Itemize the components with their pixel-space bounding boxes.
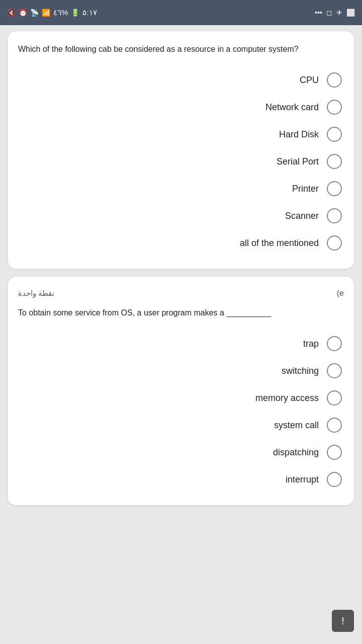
option-all-mentioned-radio[interactable] xyxy=(327,235,342,251)
more-icon: ••• xyxy=(315,9,322,17)
status-right: ••• ◻ ✈ ⬜ xyxy=(315,9,355,17)
scroll-area: Which of the following cab be considered… xyxy=(0,25,362,644)
option-cpu[interactable]: CPU xyxy=(18,66,344,94)
option-switching-radio[interactable] xyxy=(327,363,342,378)
signal-icon: 📶 xyxy=(42,9,50,17)
option-interrupt-radio[interactable] xyxy=(327,472,342,487)
option-network-card-radio[interactable] xyxy=(327,100,342,115)
option-trap-label: trap xyxy=(303,339,319,349)
option-cpu-radio[interactable] xyxy=(327,72,342,88)
question1-card: Which of the following cab be considered… xyxy=(8,31,354,269)
feedback-icon: ! xyxy=(341,615,344,627)
option-network-card[interactable]: Network card xyxy=(18,94,344,121)
option-dispatching-label: dispatching xyxy=(273,447,319,458)
option-all-mentioned-label: all of the mentioned xyxy=(240,238,319,249)
feedback-button[interactable]: ! xyxy=(332,610,354,632)
sound-icon: 🔇 xyxy=(7,9,16,17)
instagram-icon: ◻ xyxy=(326,9,332,17)
option-printer-label: Printer xyxy=(292,184,319,194)
option-switching[interactable]: switching xyxy=(18,357,344,384)
option-cpu-label: CPU xyxy=(300,75,319,86)
question2-points-arabic: نقطة واحدة xyxy=(18,289,54,298)
option-network-card-label: Network card xyxy=(265,102,319,113)
clock-icon: ⏰ xyxy=(19,9,27,17)
status-bar: ٥:١٧ 🔋 %٤٦ 📶 📡 ⏰ 🔇 ••• ◻ ✈ ⬜ xyxy=(0,0,362,25)
option-trap-radio[interactable] xyxy=(327,336,342,351)
option-all-mentioned[interactable]: all of the mentioned xyxy=(18,229,344,257)
question1-text: Which of the following cab be considered… xyxy=(18,43,344,55)
option-switching-label: switching xyxy=(282,366,319,376)
battery-icon: 🔋 xyxy=(71,9,79,17)
question2-header: نقطة واحدة (e xyxy=(18,289,344,298)
option-memory-access-radio[interactable] xyxy=(327,390,342,406)
option-memory-access-label: memory access xyxy=(255,393,319,404)
option-scanner[interactable]: Scanner xyxy=(18,202,344,229)
gallery-icon: ⬜ xyxy=(346,9,355,17)
option-hard-disk[interactable]: Hard Disk xyxy=(18,121,344,148)
battery-level: %٤٦ xyxy=(53,8,68,17)
option-hard-disk-radio[interactable] xyxy=(327,127,342,142)
option-dispatching-radio[interactable] xyxy=(327,445,342,460)
option-interrupt[interactable]: interrupt xyxy=(18,466,344,493)
option-printer[interactable]: Printer xyxy=(18,175,344,202)
option-printer-radio[interactable] xyxy=(327,181,342,196)
option-scanner-label: Scanner xyxy=(285,211,319,221)
status-left: ٥:١٧ 🔋 %٤٦ 📶 📡 ⏰ 🔇 xyxy=(7,8,97,17)
wifi-icon: 📡 xyxy=(30,9,39,17)
option-system-call-radio[interactable] xyxy=(327,418,342,433)
option-interrupt-label: interrupt xyxy=(286,474,319,485)
option-system-call-label: system call xyxy=(274,420,319,431)
option-dispatching[interactable]: dispatching xyxy=(18,439,344,466)
option-memory-access[interactable]: memory access xyxy=(18,384,344,412)
option-scanner-radio[interactable] xyxy=(327,208,342,223)
option-hard-disk-label: Hard Disk xyxy=(279,129,319,140)
time-display: ٥:١٧ xyxy=(82,8,97,17)
option-system-call[interactable]: system call xyxy=(18,412,344,439)
telegram-icon: ✈ xyxy=(336,9,342,17)
option-trap[interactable]: trap xyxy=(18,330,344,357)
option-serial-port-label: Serial Port xyxy=(277,156,319,167)
option-serial-port[interactable]: Serial Port xyxy=(18,148,344,175)
question2-card: نقطة واحدة (e To obtain some service fro… xyxy=(8,277,354,505)
question2-text: To obtain some service from OS, a user p… xyxy=(18,307,344,319)
option-serial-port-radio[interactable] xyxy=(327,154,342,169)
question2-points-label: (e xyxy=(337,289,344,298)
